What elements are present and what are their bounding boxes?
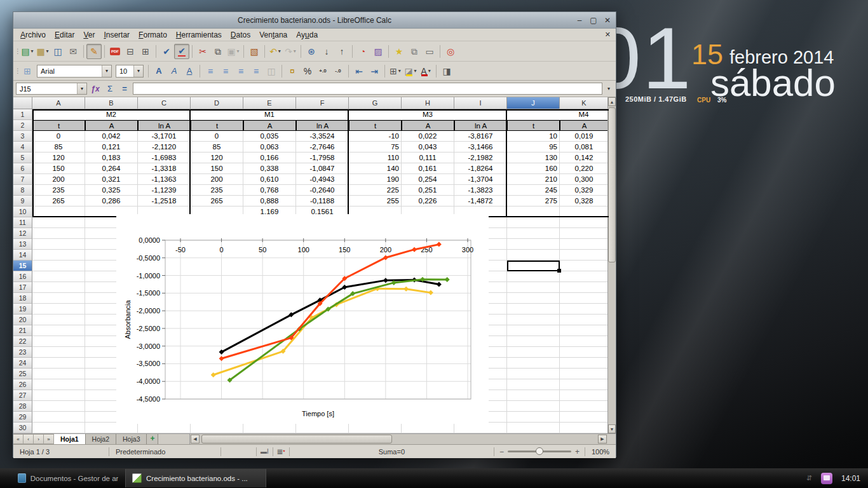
chevron-down-icon[interactable]: ▾ <box>428 68 431 74</box>
cell-A23[interactable] <box>32 347 85 358</box>
cell-K21[interactable] <box>560 325 609 336</box>
cell-I3[interactable]: -3,8167 <box>454 131 507 142</box>
row-header-10[interactable]: 10 <box>13 207 32 217</box>
cell-D5[interactable]: 120 <box>191 152 243 163</box>
cell-J22[interactable] <box>507 336 560 347</box>
cell-A10[interactable] <box>32 207 85 217</box>
email-button[interactable]: ✉ <box>65 44 81 59</box>
cell-C3[interactable]: -3,1701 <box>138 131 191 142</box>
cell-A12[interactable] <box>32 228 85 239</box>
cell-J9[interactable]: 275 <box>507 196 560 207</box>
row-header-25[interactable]: 25 <box>13 369 32 379</box>
sort-descending-button[interactable]: ↑ <box>334 44 349 59</box>
cell-A27[interactable] <box>32 390 85 401</box>
save-button[interactable]: ◫ <box>50 44 65 59</box>
cell-K9[interactable]: 0,328 <box>560 196 609 207</box>
row-header-26[interactable]: 26 <box>13 379 32 390</box>
zoom-level[interactable]: 100% <box>585 448 616 456</box>
row-header-17[interactable]: 17 <box>13 282 32 293</box>
cell-A18[interactable] <box>32 293 85 304</box>
cell-A30[interactable] <box>32 423 85 433</box>
cell-E4[interactable]: 0,063 <box>243 142 296 152</box>
menu-ayuda[interactable]: Ayuda <box>292 29 322 41</box>
cell-G9[interactable]: 255 <box>349 196 402 207</box>
cell-A19[interactable] <box>32 304 85 315</box>
insert-chart-button[interactable]: ◔ <box>355 44 370 59</box>
cell-H4[interactable]: 0,043 <box>402 142 454 152</box>
menu-archivo[interactable]: Archivo <box>16 29 50 41</box>
cell-A29[interactable] <box>32 412 85 423</box>
merged-cell-M2[interactable]: M2 <box>32 109 191 120</box>
cell-K19[interactable] <box>560 304 609 315</box>
cell-G5[interactable]: 110 <box>349 152 402 163</box>
previous-sheet-icon[interactable]: ‹ <box>24 434 34 444</box>
cell-J11[interactable] <box>507 217 560 228</box>
sort-ascending-button[interactable]: ↓ <box>319 44 334 59</box>
cell-J13[interactable] <box>507 239 560 250</box>
minimize-icon[interactable]: – <box>575 16 584 25</box>
chevron-down-icon[interactable]: ▾ <box>398 68 401 74</box>
column-header-G[interactable]: G <box>349 97 402 109</box>
cell-E3[interactable]: 0,035 <box>243 131 296 142</box>
font-color-button[interactable]: A▾ <box>418 64 433 79</box>
cell-B9[interactable]: 0,286 <box>85 196 138 207</box>
align-right-button[interactable]: ≡ <box>233 64 248 79</box>
row-header-8[interactable]: 8 <box>13 185 32 196</box>
cell-D7[interactable]: 200 <box>191 174 243 185</box>
cell-K29[interactable] <box>560 412 609 423</box>
add-sheet-icon[interactable]: + <box>147 434 158 444</box>
cell-J29[interactable] <box>507 412 560 423</box>
cell-A21[interactable] <box>32 325 85 336</box>
cell-J25[interactable] <box>507 369 560 379</box>
cell-J8[interactable]: 245 <box>507 185 560 196</box>
cell-K13[interactable] <box>560 239 609 250</box>
cell-J23[interactable] <box>507 347 560 358</box>
cell-K26[interactable] <box>560 379 609 390</box>
data-point-M2[interactable] <box>383 278 388 283</box>
cell-E5[interactable]: 0,166 <box>243 152 296 163</box>
cell-D8[interactable]: 235 <box>191 185 243 196</box>
zoom-thumb[interactable] <box>536 447 543 455</box>
data-point-M1[interactable] <box>219 356 224 361</box>
cell-A24[interactable] <box>32 358 85 369</box>
cell-D30[interactable] <box>191 423 243 433</box>
cell-G3[interactable]: -10 <box>349 131 402 142</box>
cell-C30[interactable] <box>138 423 191 433</box>
add-decimal-button[interactable]: +.0 <box>315 64 330 79</box>
sidebar-button[interactable]: ◨ <box>439 64 454 79</box>
row-header-1[interactable]: 1 <box>13 109 32 120</box>
cell-K4[interactable]: 0,081 <box>560 142 609 152</box>
menu-ventana[interactable]: Ventana <box>255 29 292 41</box>
cell-I8[interactable]: -1,3823 <box>454 185 507 196</box>
cell-B30[interactable] <box>85 423 138 433</box>
zoom-slider[interactable]: − + <box>494 447 585 456</box>
cell-H5[interactable]: 0,111 <box>402 152 454 163</box>
chevron-down-icon[interactable]: ▾ <box>237 48 240 54</box>
expand-formula-bar-icon[interactable]: ▾ <box>604 86 613 92</box>
cell-B5[interactable]: 0,183 <box>85 152 138 163</box>
column-header-J[interactable]: J <box>507 97 560 109</box>
help-button[interactable]: ◎ <box>443 44 458 59</box>
row-header-28[interactable]: 28 <box>13 401 32 412</box>
cell-A9[interactable]: 265 <box>32 196 85 207</box>
cell-G2[interactable]: t <box>349 120 402 131</box>
headers-footers-button[interactable]: ▭ <box>422 44 437 59</box>
cell-F6[interactable]: -1,0847 <box>296 163 349 174</box>
spelling-button[interactable]: ✔ <box>159 44 174 59</box>
cell-J4[interactable]: 95 <box>507 142 560 152</box>
formula-icon[interactable]: = <box>118 83 131 95</box>
tray-updates-icon[interactable]: ⇵ <box>806 474 812 482</box>
cell-K11[interactable] <box>560 217 609 228</box>
background-color-button[interactable]: ◪▾ <box>403 64 418 79</box>
font-name-combo[interactable]: Arial▾ <box>37 65 112 78</box>
align-center-button[interactable]: ≡ <box>218 64 233 79</box>
cell-B2[interactable]: A <box>85 120 138 131</box>
cell-A8[interactable]: 235 <box>32 185 85 196</box>
print-button[interactable]: ⊟ <box>123 44 138 59</box>
menu-datos[interactable]: Datos <box>226 29 255 41</box>
clone-formatting-button[interactable]: ▧ <box>247 44 262 59</box>
cell-B3[interactable]: 0,042 <box>85 131 138 142</box>
cell-J5[interactable]: 130 <box>507 152 560 163</box>
cell-A25[interactable] <box>32 369 85 379</box>
cell-D2[interactable]: t <box>191 120 243 131</box>
